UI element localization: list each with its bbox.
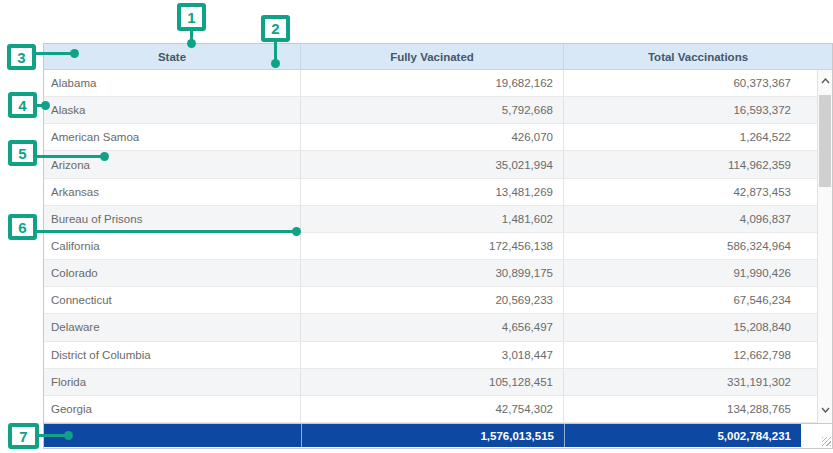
row-spacer [801, 233, 816, 259]
table-row[interactable]: Alabama19,682,16260,373,367 [44, 70, 832, 97]
total-vaccinations-cell: 12,662,798 [564, 342, 801, 368]
fully-vaccinated-cell: 4,656,497 [301, 314, 564, 340]
chevron-down-icon [821, 399, 830, 417]
callout-7-dot [64, 431, 73, 440]
callout-7: 7 [8, 423, 39, 449]
callout-5: 5 [8, 140, 37, 166]
vertical-scrollbar[interactable] [817, 70, 832, 423]
table-header-row: State Fully Vacinated Total Vaccinations [44, 44, 832, 70]
callout-4: 4 [8, 92, 37, 118]
fully-vaccinated-cell: 19,682,162 [301, 70, 564, 96]
total-vaccinations-cell: 114,962,359 [564, 151, 801, 177]
table-row[interactable]: Bureau of Prisons1,481,6024,096,837 [44, 206, 832, 233]
state-cell: Connecticut [44, 287, 301, 313]
row-spacer [801, 97, 816, 123]
total-vaccinations-cell: 4,096,837 [564, 206, 801, 232]
callout-1-dot [187, 39, 196, 48]
chevron-up-icon [821, 70, 830, 88]
row-spacer [801, 179, 816, 205]
state-cell: Georgia [44, 396, 301, 422]
callout-6-line [36, 230, 293, 233]
fully-vaccinated-cell: 172,456,138 [301, 233, 564, 259]
total-vaccinations-cell: 1,264,522 [564, 124, 801, 150]
row-spacer [801, 124, 816, 150]
total-vaccinations-cell: 331,191,302 [564, 369, 801, 395]
state-cell: Delaware [44, 314, 301, 340]
total-row-spacer [801, 424, 816, 447]
callout-6-dot [292, 227, 301, 236]
total-fully-vaccinated-cell: 1,576,013,515 [301, 424, 564, 447]
fully-vaccinated-cell: 35,021,994 [301, 151, 564, 177]
callout-2-line [274, 41, 277, 60]
column-header-state[interactable]: State [44, 44, 301, 69]
state-cell: American Samoa [44, 124, 301, 150]
fully-vaccinated-cell: 30,899,175 [301, 260, 564, 286]
callout-2-dot [271, 59, 280, 68]
callout-5-line [36, 155, 102, 158]
row-spacer [801, 396, 816, 422]
state-cell: California [44, 233, 301, 259]
fully-vaccinated-cell: 20,569,233 [301, 287, 564, 313]
state-cell: Alabama [44, 70, 301, 96]
scroll-up-button[interactable] [818, 72, 832, 86]
state-cell: Alaska [44, 97, 301, 123]
total-vaccinations-cell: 91,990,426 [564, 260, 801, 286]
callout-1: 1 [177, 3, 206, 31]
vaccinations-table: State Fully Vacinated Total Vaccinations… [43, 43, 833, 449]
table-row[interactable]: Arizona35,021,994114,962,359 [44, 151, 832, 178]
total-state-cell [44, 424, 301, 447]
table-row[interactable]: District of Columbia3,018,44712,662,798 [44, 342, 832, 369]
state-cell: Colorado [44, 260, 301, 286]
table-row[interactable]: Delaware4,656,49715,208,840 [44, 314, 832, 341]
total-vaccinations-cell: 42,873,453 [564, 179, 801, 205]
fully-vaccinated-cell: 426,070 [301, 124, 564, 150]
fully-vaccinated-cell: 42,754,302 [301, 396, 564, 422]
table-row[interactable]: Connecticut20,569,23367,546,234 [44, 287, 832, 314]
scrollbar-thumb[interactable] [819, 95, 831, 187]
row-spacer [801, 314, 816, 340]
callout-2: 2 [261, 15, 290, 42]
row-spacer [801, 151, 816, 177]
callout-3-dot [70, 49, 79, 58]
row-spacer [801, 342, 816, 368]
fully-vaccinated-cell: 3,018,447 [301, 342, 564, 368]
total-row: 1,576,013,515 5,002,784,231 [44, 423, 832, 447]
resize-grip[interactable] [822, 437, 831, 446]
row-spacer [801, 260, 816, 286]
total-vaccinations-cell: 586,324,964 [564, 233, 801, 259]
total-vaccinations-cell: 15,208,840 [564, 314, 801, 340]
row-spacer [801, 369, 816, 395]
table-row[interactable]: Georgia42,754,302134,288,765 [44, 396, 832, 423]
row-spacer [801, 206, 816, 232]
state-cell: Bureau of Prisons [44, 206, 301, 232]
state-cell: District of Columbia [44, 342, 301, 368]
fully-vaccinated-cell: 105,128,451 [301, 369, 564, 395]
fully-vaccinated-cell: 1,481,602 [301, 206, 564, 232]
screenshot: State Fully Vacinated Total Vaccinations… [0, 0, 833, 453]
table-body: Alabama19,682,16260,373,367Alaska5,792,6… [44, 70, 832, 423]
total-vaccinations-cell: 16,593,372 [564, 97, 801, 123]
table-row[interactable]: Alaska5,792,66816,593,372 [44, 97, 832, 124]
callout-6: 6 [8, 214, 37, 240]
column-header-total-vaccinations[interactable]: Total Vaccinations [564, 44, 832, 69]
fully-vaccinated-cell: 5,792,668 [301, 97, 564, 123]
row-spacer [801, 287, 816, 313]
total-vaccinations-cell: 67,546,234 [564, 287, 801, 313]
callout-4-dot [41, 101, 50, 110]
table-row[interactable]: Arkansas13,481,26942,873,453 [44, 179, 832, 206]
table-row[interactable]: Florida105,128,451331,191,302 [44, 369, 832, 396]
callout-3-line [35, 52, 73, 55]
fully-vaccinated-cell: 13,481,269 [301, 179, 564, 205]
table-row[interactable]: American Samoa426,0701,264,522 [44, 124, 832, 151]
state-cell: Florida [44, 369, 301, 395]
row-spacer [801, 70, 816, 96]
total-vaccinations-cell: 60,373,367 [564, 70, 801, 96]
callout-3: 3 [7, 44, 36, 70]
scroll-down-button[interactable] [818, 401, 832, 415]
table-row[interactable]: Colorado30,899,17591,990,426 [44, 260, 832, 287]
total-vaccinations-cell: 134,288,765 [564, 396, 801, 422]
state-cell: Arkansas [44, 179, 301, 205]
column-header-fully-vaccinated[interactable]: Fully Vacinated [301, 44, 564, 69]
callout-7-line [38, 434, 66, 437]
table-row[interactable]: California172,456,138586,324,964 [44, 233, 832, 260]
